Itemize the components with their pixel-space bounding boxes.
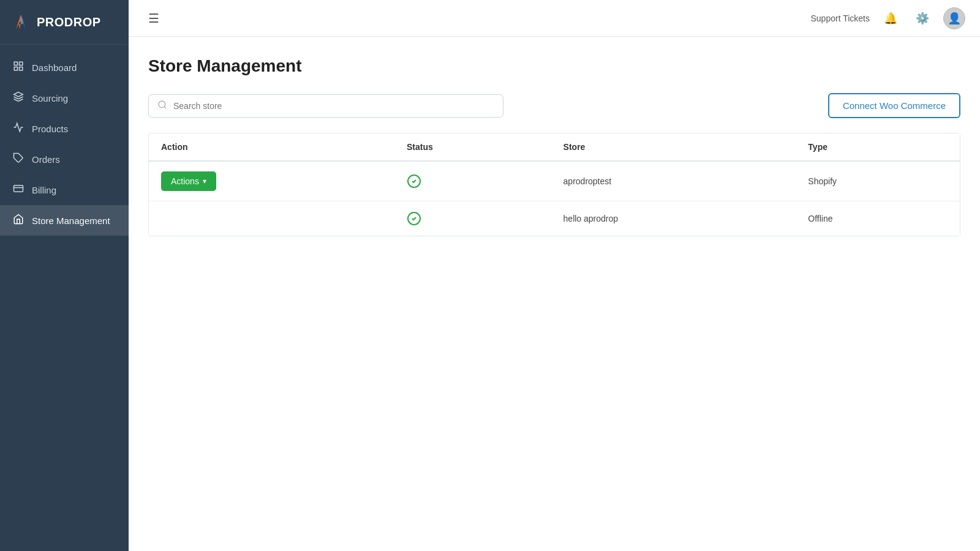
col-store: Store	[551, 133, 796, 161]
sidebar-item-dashboard[interactable]: Dashboard	[0, 52, 129, 83]
store-management-icon	[12, 214, 24, 227]
sidebar-item-label-store-management: Store Management	[32, 216, 110, 226]
svg-rect-4	[20, 62, 23, 65]
svg-rect-5	[20, 67, 23, 70]
svg-rect-9	[14, 186, 23, 192]
sidebar-nav: Dashboard Sourcing Products Orders	[0, 45, 129, 551]
user-avatar[interactable]: 👤	[943, 7, 965, 29]
search-box	[148, 94, 503, 118]
notifications-button[interactable]: 🔔	[880, 7, 902, 29]
menu-toggle-button[interactable]: ☰	[143, 9, 164, 28]
action-cell-1: Actions ▾	[149, 161, 394, 201]
table-header-row: Action Status Store Type	[149, 133, 960, 161]
gear-icon: ⚙️	[916, 12, 929, 25]
sourcing-icon	[12, 91, 24, 105]
svg-rect-3	[14, 62, 17, 65]
page-title: Store Management	[148, 56, 960, 76]
actions-dropdown-button-1[interactable]: Actions ▾	[161, 171, 216, 191]
status-cell-1	[394, 161, 551, 201]
table-row: hello aprodrop Offline	[149, 201, 960, 236]
sidebar-item-billing[interactable]: Billing	[0, 174, 129, 205]
support-tickets-link[interactable]: Support Tickets	[811, 13, 870, 23]
connect-woo-commerce-button[interactable]: Connect Woo Commerce	[828, 93, 960, 118]
action-cell-2	[149, 201, 394, 236]
logo-area: PRODROP	[0, 0, 129, 45]
svg-marker-7	[14, 92, 23, 97]
sidebar-item-orders[interactable]: Orders	[0, 144, 129, 174]
avatar-icon: 👤	[948, 12, 961, 25]
sidebar-item-label-billing: Billing	[32, 185, 56, 195]
col-status: Status	[394, 133, 551, 161]
dashboard-icon	[12, 61, 24, 74]
stores-table: Action Status Store Type Actions ▾	[149, 133, 960, 236]
sidebar-item-store-management[interactable]: Store Management	[0, 205, 129, 236]
sidebar-item-label-orders: Orders	[32, 154, 60, 165]
svg-rect-6	[14, 67, 17, 70]
bell-icon: 🔔	[884, 12, 897, 25]
sidebar-item-products[interactable]: Products	[0, 113, 129, 144]
logo-text: PRODROP	[37, 15, 101, 29]
status-active-icon-1	[407, 174, 539, 189]
status-cell-2	[394, 201, 551, 236]
billing-icon	[12, 183, 24, 197]
col-action: Action	[149, 133, 394, 161]
settings-button[interactable]: ⚙️	[911, 7, 933, 29]
content-area: Store Management Connect Woo Commerce Ac…	[129, 37, 980, 551]
type-cell-2: Offline	[796, 201, 960, 236]
main-area: ☰ Support Tickets 🔔 ⚙️ 👤 Store Managemen…	[129, 0, 980, 551]
search-icon	[157, 100, 167, 112]
type-cell-1: Shopify	[796, 161, 960, 201]
svg-point-11	[159, 101, 165, 108]
store-cell-2: hello aprodrop	[551, 201, 796, 236]
stores-table-container: Action Status Store Type Actions ▾	[148, 133, 960, 236]
sidebar-item-label-dashboard: Dashboard	[32, 62, 77, 73]
store-cell-1: aprodroptest	[551, 161, 796, 201]
orders-icon	[12, 152, 24, 166]
sidebar-item-sourcing[interactable]: Sourcing	[0, 83, 129, 113]
topbar: ☰ Support Tickets 🔔 ⚙️ 👤	[129, 0, 980, 37]
svg-marker-2	[18, 23, 21, 29]
chevron-down-icon: ▾	[203, 177, 206, 186]
toolbar-row: Connect Woo Commerce	[148, 93, 960, 118]
sidebar-item-label-products: Products	[32, 124, 68, 134]
search-input[interactable]	[173, 101, 494, 111]
prodrop-logo-icon	[10, 11, 32, 33]
sidebar: PRODROP Dashboard Sourcing Products	[0, 0, 129, 551]
sidebar-item-label-sourcing: Sourcing	[32, 93, 68, 103]
col-type: Type	[796, 133, 960, 161]
table-row: Actions ▾ aprodroptest Shopify	[149, 161, 960, 201]
status-active-icon-2	[407, 211, 539, 226]
products-icon	[12, 122, 24, 135]
actions-label-1: Actions	[171, 176, 199, 186]
svg-line-12	[164, 107, 166, 108]
